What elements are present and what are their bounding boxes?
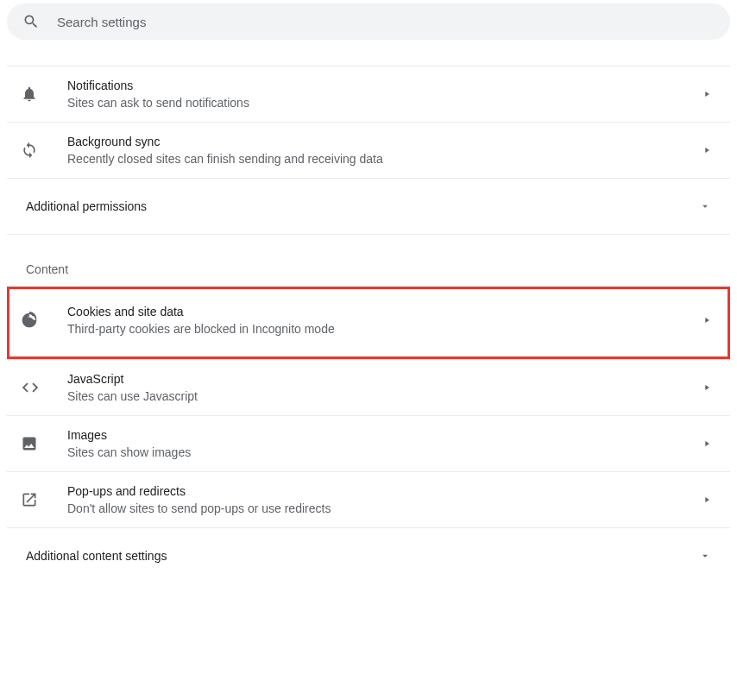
section-header-content: Content: [7, 242, 730, 287]
content-group: JavaScript Sites can use Javascript Imag…: [7, 359, 730, 583]
setting-title: JavaScript: [67, 372, 702, 386]
setting-javascript[interactable]: JavaScript Sites can use Javascript: [7, 360, 730, 415]
setting-desc: Don't allow sites to send pop-ups or use…: [67, 501, 702, 515]
highlight-box: Cookies and site data Third-party cookie…: [7, 287, 730, 359]
setting-title: Notifications: [67, 79, 702, 92]
setting-title: Background sync: [67, 135, 702, 148]
chevron-right-icon: [702, 383, 711, 392]
code-icon: [21, 378, 52, 397]
image-icon: [21, 435, 52, 452]
setting-title: Additional permissions: [26, 199, 699, 213]
setting-title: Pop-ups and redirects: [67, 484, 702, 498]
setting-title: Images: [67, 428, 702, 442]
setting-desc: Third-party cookies are blocked in Incog…: [67, 322, 702, 336]
chevron-right-icon: [702, 495, 711, 504]
chevron-down-icon: [699, 550, 711, 562]
setting-images[interactable]: Images Sites can show images: [7, 415, 730, 471]
setting-additional-permissions[interactable]: Additional permissions: [7, 179, 730, 234]
sync-icon: [21, 142, 52, 159]
search-bar[interactable]: [7, 3, 730, 40]
chevron-right-icon: [702, 146, 711, 155]
setting-background-sync[interactable]: Background sync Recently closed sites ca…: [7, 123, 730, 179]
setting-desc: Sites can ask to send notifications: [67, 96, 702, 110]
chevron-right-icon: [702, 90, 711, 98]
bell-icon: [21, 85, 52, 103]
chevron-down-icon: [699, 200, 711, 212]
external-link-icon: [21, 491, 52, 508]
setting-title: Cookies and site data: [67, 305, 702, 318]
chevron-right-icon: [702, 439, 711, 448]
setting-notifications[interactable]: Notifications Sites can ask to send noti…: [7, 66, 730, 123]
setting-desc: Recently closed sites can finish sending…: [67, 152, 702, 166]
permissions-group: Notifications Sites can ask to send noti…: [7, 66, 730, 235]
setting-title: Additional content settings: [26, 549, 699, 563]
setting-cookies[interactable]: Cookies and site data Third-party cookie…: [9, 289, 728, 356]
setting-popups[interactable]: Pop-ups and redirects Don't allow sites …: [7, 471, 730, 527]
setting-desc: Sites can show images: [67, 445, 702, 459]
search-icon: [22, 13, 40, 30]
chevron-right-icon: [702, 316, 711, 325]
setting-additional-content[interactable]: Additional content settings: [7, 527, 730, 583]
search-input[interactable]: [57, 15, 715, 29]
cookie-icon: [21, 312, 52, 329]
setting-desc: Sites can use Javascript: [67, 389, 702, 403]
